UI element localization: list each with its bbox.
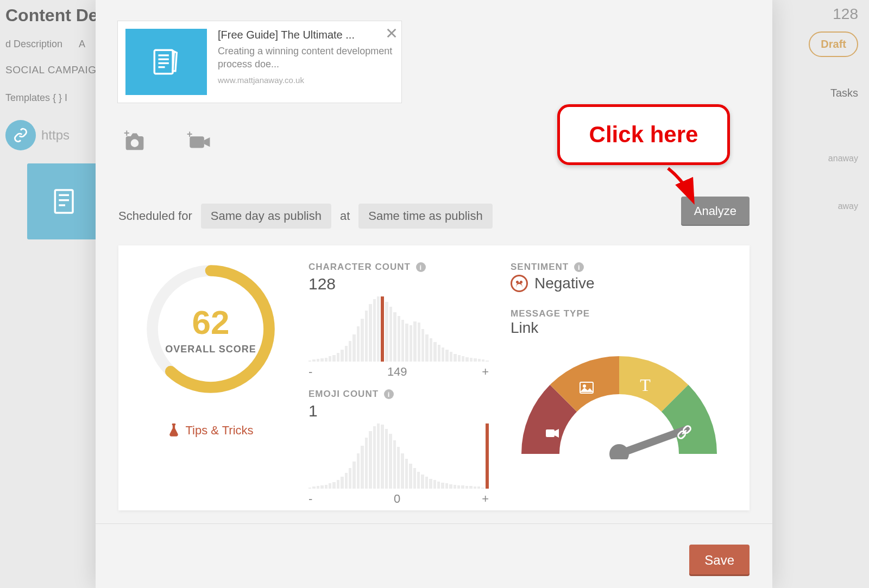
video-icon (546, 429, 559, 438)
status-badge: Draft (809, 31, 858, 57)
axis-minus: - (308, 492, 312, 506)
info-icon[interactable]: i (574, 262, 584, 272)
preview-description: Creating a winning content development p… (218, 45, 394, 71)
bg-tasks-label: Tasks (809, 87, 858, 99)
axis-minus: - (308, 365, 312, 379)
analysis-panel: 62 OVERALL SCORE Tips & Tricks CHARACTER… (118, 245, 750, 510)
svg-rect-20 (546, 429, 555, 437)
svg-rect-4 (154, 50, 173, 74)
preview-text-block: [Free Guide] The Ultimate ... Creating a… (218, 29, 394, 95)
bg-side-text-1: anaway (809, 154, 858, 163)
link-icon (5, 120, 36, 150)
preview-title: [Free Guide] The Ultimate ... (218, 29, 394, 41)
emoji-count-histogram (308, 423, 489, 489)
bg-preview-thumb (27, 163, 103, 239)
bg-char-counter: 128 (809, 5, 858, 23)
character-count-heading: CHARACTER COUNT (308, 262, 411, 273)
sentiment-block: SENTIMENT i Negative (511, 262, 733, 292)
preview-thumb (125, 29, 207, 95)
emoji-count-heading: EMOJI COUNT (308, 389, 379, 400)
axis-mid-emoji: 0 (312, 492, 482, 506)
axis-mid-char: 149 (312, 365, 482, 379)
sad-face-icon (511, 275, 528, 292)
score-value: 62 (192, 303, 230, 342)
schedule-row: Scheduled for Same day as publish at Sam… (118, 204, 493, 229)
svg-point-22 (583, 384, 586, 388)
tips-and-tricks-link[interactable]: Tips & Tricks (168, 423, 253, 438)
text-icon: T (640, 375, 651, 395)
right-stats-column: SENTIMENT i Negative MESSAGE TYPE Link (511, 262, 733, 500)
media-actions: + + (123, 130, 212, 157)
schedule-time-dropdown[interactable]: Same time as publish (358, 204, 492, 229)
message-type-gauge: T (511, 340, 728, 459)
preview-domain: www.mattjanaway.co.uk (218, 75, 394, 85)
character-count-histogram (308, 296, 489, 362)
svg-text:+: + (124, 130, 130, 138)
add-video-button[interactable]: + (187, 130, 212, 157)
score-ring: 62 OVERALL SCORE (143, 262, 278, 396)
annotation-callout: Click here (557, 104, 730, 165)
svg-point-19 (609, 444, 629, 459)
schedule-label: Scheduled for (118, 209, 192, 223)
info-icon[interactable]: i (416, 262, 426, 272)
bg-right-panel: 128 Draft Tasks anaway away (809, 5, 858, 211)
info-icon[interactable]: i (384, 389, 394, 399)
flask-icon (168, 423, 180, 438)
message-type-value: Link (511, 319, 733, 337)
schedule-day-dropdown[interactable]: Same day as publish (201, 204, 331, 229)
emoji-count-value: 1 (308, 402, 489, 420)
overall-score-block: 62 OVERALL SCORE Tips & Tricks (135, 262, 287, 500)
emoji-count-block: EMOJI COUNT i 1 - 0 + (308, 389, 489, 506)
sentiment-value: Negative (534, 275, 595, 292)
character-count-block: CHARACTER COUNT i 128 - 149 + (308, 262, 489, 379)
axis-plus: + (482, 365, 489, 379)
close-preview-button[interactable] (383, 25, 400, 41)
schedule-at-label: at (340, 209, 350, 223)
sentiment-heading: SENTIMENT (511, 262, 569, 273)
svg-point-11 (131, 139, 139, 147)
add-photo-button[interactable]: + (123, 130, 147, 157)
annotation-arrow-icon (663, 165, 706, 208)
message-type-block: MESSAGE TYPE Link (511, 308, 733, 459)
bg-url-text: https (41, 128, 70, 143)
bg-tab-other: A (79, 39, 85, 50)
save-button[interactable]: Save (689, 545, 750, 576)
modal-divider (96, 523, 772, 524)
bg-tab-description: d Description (5, 39, 62, 50)
bg-side-text-2: away (809, 201, 858, 211)
tips-label: Tips & Tricks (185, 423, 253, 438)
svg-text:+: + (187, 130, 192, 140)
score-label: OVERALL SCORE (165, 344, 256, 355)
histograms-column: CHARACTER COUNT i 128 - 149 + EMOJI COUN… (308, 262, 489, 500)
link-preview-card: [Free Guide] The Ultimate ... Creating a… (117, 21, 402, 103)
message-type-heading: MESSAGE TYPE (511, 308, 590, 319)
axis-plus: + (482, 492, 489, 506)
svg-rect-17 (172, 423, 176, 425)
svg-rect-0 (55, 190, 73, 213)
svg-text:T: T (640, 375, 651, 395)
compose-modal: [Free Guide] The Ultimate ... Creating a… (96, 0, 772, 588)
character-count-value: 128 (308, 275, 489, 293)
